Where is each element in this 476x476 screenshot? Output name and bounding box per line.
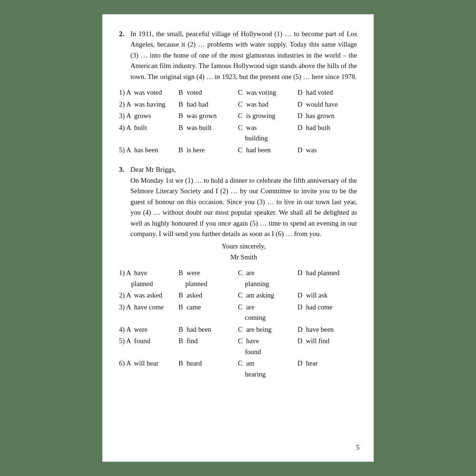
question-2-header: 2. In 1911, the small, peaceful village …: [119, 29, 357, 82]
option-q3-1b: B were planned: [178, 267, 238, 289]
option-1a: 1) A was voted: [119, 87, 178, 98]
option-q3-3c: C are coming: [238, 301, 298, 324]
table-row: 2) A was having B had had C was had D wo…: [119, 99, 357, 110]
question-3-header: 3. Dear Mr Briggs, On Monday 1st we (1) …: [119, 164, 357, 262]
option-3b: B was grown: [178, 110, 238, 121]
option-4a: 4) A built: [119, 122, 178, 144]
option-q3-6b: B heard: [178, 357, 238, 380]
question-2-options: 1) A was voted B voted C was voting D ha…: [119, 87, 357, 156]
page-number: 5: [356, 443, 359, 453]
option-q3-4d: D have been: [298, 324, 357, 335]
table-row: 4) A built B was built C was building D …: [119, 122, 357, 144]
page: 2. In 1911, the small, peaceful village …: [102, 14, 374, 462]
option-q3-3a: 3) A have come: [119, 301, 178, 324]
question-2: 2. In 1911, the small, peaceful village …: [119, 29, 357, 156]
option-q3-1d: D had planned: [298, 267, 357, 289]
option-2d: D would have: [298, 99, 357, 110]
option-q3-4a: 4) A were: [119, 324, 178, 335]
option-q3-5d: D will find: [298, 335, 357, 357]
question-3-text: Dear Mr Briggs, On Monday 1st we (1) … t…: [130, 164, 357, 262]
question-3: 3. Dear Mr Briggs, On Monday 1st we (1) …: [119, 164, 357, 380]
option-4d: D had built: [298, 122, 357, 144]
table-row: 3) A have come B came C are coming D had…: [119, 301, 357, 324]
option-3a: 3) A grows: [119, 110, 178, 121]
table-row: 1) A was voted B voted C was voting D ha…: [119, 87, 357, 98]
question-2-text: In 1911, the small, peaceful village of …: [130, 29, 357, 82]
table-row: 6) A will hear B heard C am hearing D he…: [119, 357, 357, 380]
option-5c: C had been: [238, 144, 298, 156]
option-4b: B was built: [178, 122, 238, 144]
option-q3-4b: B had been: [178, 324, 238, 335]
option-4c: C was building: [238, 122, 298, 144]
option-q3-5c: C have found: [238, 335, 298, 357]
table-row: 5) A found B find C have found D will fi…: [119, 335, 357, 357]
option-2a: 2) A was having: [119, 99, 178, 110]
option-5b: B is here: [178, 144, 238, 156]
option-q3-6a: 6) A will hear: [119, 357, 178, 380]
table-row: 5) A has been B is here C had been D was: [119, 144, 357, 156]
option-q3-1a: 1) A have planned: [119, 267, 178, 289]
option-2b: B had had: [178, 99, 238, 110]
question-2-number: 2.: [119, 29, 128, 39]
table-row: 1) A have planned B were planned C are p…: [119, 267, 357, 289]
option-q3-6d: D hear: [298, 357, 357, 380]
option-2c: C was had: [238, 99, 298, 110]
option-1c: C was voting: [238, 87, 298, 98]
option-q3-3b: B came: [178, 301, 238, 324]
option-q3-1c: C are planning: [238, 267, 298, 289]
option-5d: D was: [298, 144, 357, 156]
salutation: Yours sincerely,Mr Smith: [130, 241, 357, 262]
option-q3-5a: 5) A found: [119, 335, 178, 357]
option-1b: B voted: [178, 87, 238, 98]
option-q3-2c: C am asking: [238, 289, 298, 301]
option-q3-4c: C are being: [238, 324, 298, 335]
option-q3-2b: B asked: [178, 289, 238, 301]
option-q3-2a: 2) A was asked: [119, 289, 178, 301]
option-q3-2d: D will ask: [298, 289, 357, 301]
question-3-options: 1) A have planned B were planned C are p…: [119, 267, 357, 380]
option-q3-5b: B find: [178, 335, 238, 357]
option-1d: D had voted: [298, 87, 357, 98]
option-5a: 5) A has been: [119, 144, 178, 156]
option-3c: C is growing: [238, 110, 298, 121]
table-row: 4) A were B had been C are being D have …: [119, 324, 357, 335]
question-3-number: 3.: [119, 164, 128, 175]
table-row: 3) A grows B was grown C is growing D ha…: [119, 110, 357, 121]
table-row: 2) A was asked B asked C am asking D wil…: [119, 289, 357, 301]
option-3d: D has grown: [298, 110, 357, 121]
option-q3-6c: C am hearing: [238, 357, 298, 380]
option-q3-3d: D had come: [298, 301, 357, 324]
